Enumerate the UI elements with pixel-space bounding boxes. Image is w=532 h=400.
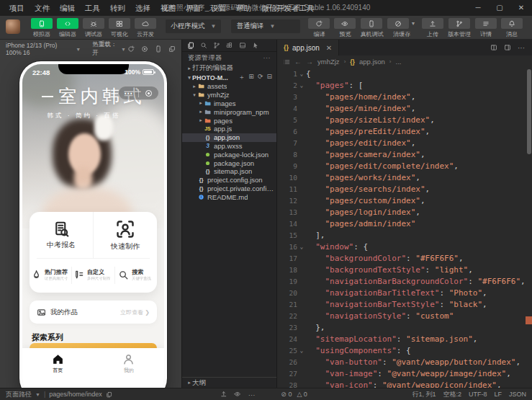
more-actions-icon[interactable]: ···: [263, 54, 271, 61]
code-line[interactable]: 14 "pages/admin/index": [277, 218, 532, 230]
toolbar-button-模拟器[interactable]: 模拟器: [31, 18, 53, 38]
menu-工具[interactable]: 工具: [80, 0, 105, 16]
status-item[interactable]: LF: [494, 391, 502, 398]
tree-item-app.json[interactable]: {}app.json: [182, 133, 276, 142]
view-now-link[interactable]: 立即查看 ❯: [120, 308, 150, 316]
toolbar-button-清缓存[interactable]: ▼清缓存: [387, 18, 415, 38]
code-line[interactable]: 26 "van-button": "@vant/weapp/button/ind…: [277, 357, 532, 368]
custom-size[interactable]: 自定义 多种尺寸制作: [71, 267, 114, 284]
breadcrumb-symbol[interactable]: ...: [396, 58, 402, 66]
scrollbar-thumb[interactable]: [527, 69, 531, 154]
tab-home[interactable]: 首页: [22, 348, 94, 388]
tree-item-package.json[interactable]: package.json: [182, 159, 276, 167]
hot-recommend[interactable]: 热门推荐 证照高频尺寸: [30, 269, 71, 282]
nav-back-icon[interactable]: ←: [294, 58, 302, 66]
split-editor-icon[interactable]: [490, 44, 497, 51]
layout-icon[interactable]: [504, 44, 511, 51]
upload-icon[interactable]: [220, 391, 227, 398]
code-line[interactable]: 21 "navigationBarTextStyle": "black",: [277, 299, 532, 311]
breadcrumb-folder[interactable]: ymhZjz: [317, 58, 340, 66]
menu-设置[interactable]: 设置: [206, 0, 231, 16]
toolbar-button-版本管理[interactable]: 版本管理: [448, 18, 471, 38]
pointer-icon[interactable]: [252, 42, 259, 49]
code-line[interactable]: 13 "pages/login/index",: [277, 207, 532, 218]
code-line[interactable]: 16⌄ "window": {: [277, 241, 532, 253]
code-line[interactable]: 19 "navigationBarBackgroundColor": "#F6F…: [277, 276, 532, 288]
toolbar-button-调试器[interactable]: 调试器: [83, 18, 104, 38]
menu-视图[interactable]: 视图: [155, 0, 181, 16]
code-line[interactable]: 9 "pages/edit/complete/index",: [277, 161, 532, 172]
close-tab-icon[interactable]: ✕: [326, 44, 332, 52]
my-works-row[interactable]: 我的作品 立即查看 ❯: [30, 301, 157, 324]
code-line[interactable]: 11 "pages/searchs/index",: [277, 184, 532, 195]
code-line[interactable]: 27 "van-image": "@vant/weapp/image/index…: [277, 368, 532, 380]
miniprogram-capsule[interactable]: ●●●: [118, 86, 159, 100]
code-line[interactable]: 23 },: [277, 322, 532, 334]
tree-item-app.js[interactable]: JSapp.js: [182, 125, 276, 133]
more-icon[interactable]: ···: [248, 391, 256, 399]
toolbar-button-上传[interactable]: 上传: [422, 18, 443, 38]
code-line[interactable]: 17 "backgroundColor": "#F6F6F6",: [277, 253, 532, 265]
tree-item-assets[interactable]: ▸assets: [182, 82, 276, 91]
status-item[interactable]: 空格:2: [443, 390, 461, 399]
toolbar-button-消息[interactable]: 消息: [501, 18, 523, 38]
source-control-icon[interactable]: [213, 42, 220, 49]
panel-icon[interactable]: [239, 42, 246, 49]
tree-item-package-lock.json[interactable]: package-lock.json: [182, 150, 276, 159]
menu-编辑[interactable]: 编辑: [55, 0, 80, 16]
page-path-selector[interactable]: 页面路径: [6, 390, 32, 399]
open-editors-section[interactable]: ▸打开的编辑器: [182, 63, 276, 73]
code-line[interactable]: 8 "pages/camera/index",: [277, 149, 532, 161]
code-editor[interactable]: 1⌄{2⌄ "pages": [3 "pages/home/index",4 "…: [277, 68, 532, 388]
eye-icon[interactable]: [234, 391, 241, 398]
code-line[interactable]: 28 "van-icon": "@vant/weapp/icon/index",: [277, 380, 532, 388]
toolbar-button-可视化[interactable]: 可视化: [109, 18, 130, 38]
entry-exam-signup[interactable]: 中考报名: [30, 212, 93, 258]
files-icon[interactable]: [187, 42, 194, 49]
code-line[interactable]: 1⌄{: [277, 68, 532, 80]
tree-item-pages[interactable]: ▸pages: [182, 116, 276, 125]
search-entry[interactable]: 搜索 关键字查找: [114, 267, 157, 284]
tree-item-project.private.config.js...[interactable]: {}project.private.config.js...: [182, 185, 276, 193]
series-card-top[interactable]: [30, 343, 157, 348]
code-line[interactable]: 5 "pages/sizeList/index",: [277, 115, 532, 126]
new-file-icon[interactable]: ＋: [238, 73, 245, 82]
toolbar-button-真机调试[interactable]: 真机调试: [360, 18, 383, 38]
exit-icon[interactable]: [139, 90, 158, 97]
code-line[interactable]: 12 "pages/custom/index",: [277, 195, 532, 207]
windows-icon[interactable]: [168, 45, 176, 53]
user-avatar[interactable]: [6, 19, 20, 34]
toolbar-button-编译[interactable]: 编译: [308, 18, 330, 38]
code-line[interactable]: 18 "backgroundTextStyle": "light",: [277, 265, 532, 276]
tree-item-images[interactable]: ▸images: [182, 99, 276, 108]
code-line[interactable]: 22 "navigationStyle": "custom": [277, 311, 532, 322]
mode-select[interactable]: 小程序模式▼: [166, 19, 221, 33]
code-line[interactable]: 2⌄ "pages": [: [277, 80, 532, 92]
device-selector[interactable]: iPhone 12/13 (Pro) 100% 16: [6, 42, 74, 56]
search-icon[interactable]: [200, 42, 207, 49]
record-icon[interactable]: [141, 45, 148, 53]
menu-选择[interactable]: 选择: [130, 0, 155, 16]
fold-icon[interactable]: ⌄: [297, 345, 306, 357]
tree-item-app.wxss[interactable]: 3app.wxss: [182, 142, 276, 151]
tree-item-sitemap.json[interactable]: {}sitemap.json: [182, 167, 276, 176]
compile-mode-select[interactable]: 普通编译▼: [231, 19, 300, 33]
code-line[interactable]: 15 ],: [277, 230, 532, 241]
tree-item-ymhZjz[interactable]: ▾ymhZjz: [182, 91, 276, 99]
menu-界面[interactable]: 界面: [181, 0, 206, 16]
status-item[interactable]: JSON: [509, 391, 526, 398]
code-line[interactable]: 20 "navigationBarTitleText": "Photo",: [277, 288, 532, 299]
toolbar-button-详情[interactable]: 详情: [475, 18, 497, 38]
code-line[interactable]: 25⌄ "usingComponents": {: [277, 345, 532, 357]
project-root[interactable]: ▾PHOTO-M... ＋ ⊞ ⟳ ⊟: [182, 73, 276, 82]
new-folder-icon[interactable]: ⊞: [248, 73, 254, 82]
code-line[interactable]: 4 "pages/mine/index",: [277, 103, 532, 115]
menu-微信开发者工具[interactable]: 微信开发者工具: [256, 0, 320, 16]
chevron-down-icon[interactable]: ▼: [410, 21, 415, 26]
close-button[interactable]: ✕: [510, 0, 532, 16]
hot-reload-toggle[interactable]: 热重载：开: [92, 40, 120, 58]
fold-icon[interactable]: ⌄: [297, 80, 306, 92]
tab-app-json[interactable]: {} app.json ✕: [277, 40, 339, 55]
collapse-all-icon[interactable]: ⊟: [266, 73, 272, 82]
toolbar-button-云开发[interactable]: 云开发: [135, 18, 156, 38]
